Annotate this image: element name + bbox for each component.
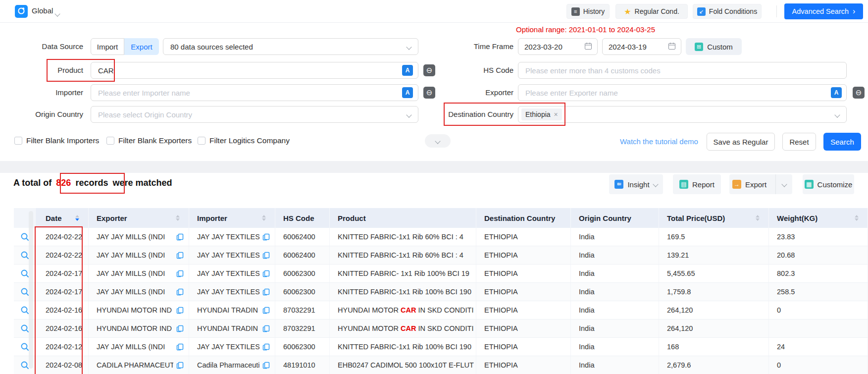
- header-exporter[interactable]: Exporter: [89, 208, 189, 228]
- tutorial-link[interactable]: Watch the tutorial demo: [620, 137, 698, 146]
- table-row: 2024-02-17JAY JAY MILLS (INDIJAY JAY TEX…: [14, 283, 868, 301]
- fixed-column-scrollbar[interactable]: [29, 211, 33, 369]
- save-as-regular-button[interactable]: Save as Regular: [707, 133, 775, 151]
- search-button[interactable]: Search: [823, 133, 861, 151]
- export-toggle[interactable]: Export: [124, 38, 159, 55]
- cell-importer: JAY JAY TEXTILES: [189, 338, 275, 356]
- cell-exporter: JAY JAY MILLS (INDI: [89, 265, 189, 282]
- cell-product: KNITTED FABRIC-1x1 Rib 60% BCI : 4: [330, 246, 476, 264]
- filter-blank-exporters-checkbox[interactable]: Filter Blank Exporters: [106, 136, 192, 145]
- custom-range-button[interactable]: ⊞ Custom: [686, 38, 742, 55]
- cell-hs-code: 87032291: [275, 301, 330, 319]
- copy-icon[interactable]: [262, 270, 270, 277]
- sort-icon[interactable]: [262, 215, 266, 221]
- exclude-filter-icon[interactable]: ⊖: [853, 87, 865, 99]
- translate-icon[interactable]: A: [402, 65, 413, 76]
- star-icon: ★: [624, 7, 631, 16]
- copy-icon[interactable]: [262, 307, 270, 314]
- translate-icon[interactable]: A: [831, 87, 842, 98]
- header-importer[interactable]: Importer: [189, 208, 275, 228]
- data-sources-select[interactable]: 80 data sources selected: [163, 38, 418, 55]
- report-icon: ▤: [679, 180, 688, 189]
- checkbox-icon: [106, 137, 114, 145]
- copy-icon[interactable]: [262, 325, 270, 332]
- history-button[interactable]: ≡ History: [566, 4, 610, 19]
- copy-icon[interactable]: [176, 288, 184, 296]
- importer-label: Importer: [0, 84, 83, 101]
- origin-country-label: Origin Country: [0, 106, 83, 123]
- header-hs-code: HS Code: [275, 208, 330, 228]
- cell-hs-code: 60062300: [275, 265, 330, 282]
- copy-icon[interactable]: [262, 233, 270, 241]
- sort-icon[interactable]: [176, 215, 180, 221]
- copy-icon[interactable]: [262, 343, 270, 351]
- cell-weight: 20.68: [769, 246, 868, 264]
- filter-blank-importers-checkbox[interactable]: Filter Blank Importers: [14, 136, 99, 145]
- header-weight[interactable]: Weight(KG): [769, 208, 868, 228]
- export-button[interactable]: → Export: [729, 174, 792, 194]
- cell-date: 2024-02-12: [36, 338, 89, 356]
- copy-icon[interactable]: [176, 233, 184, 241]
- section-divider: [0, 161, 868, 173]
- collapse-conditions-button[interactable]: [425, 134, 451, 148]
- destination-country-select[interactable]: Ethiopia ×: [518, 106, 847, 123]
- date-from-input[interactable]: 2023-03-20: [518, 38, 598, 55]
- translate-icon[interactable]: A: [402, 87, 413, 98]
- checkbox-icon: [198, 137, 205, 145]
- sort-icon[interactable]: [75, 215, 79, 221]
- fold-conditions-button[interactable]: ↙ Fold Conditions: [693, 4, 762, 19]
- cell-total-price: 169.5: [659, 228, 769, 246]
- export-menu-button[interactable]: [775, 174, 792, 194]
- sort-icon[interactable]: [756, 215, 760, 221]
- regular-cond-button[interactable]: ★ Regular Cond.: [615, 4, 688, 19]
- insight-button[interactable]: BI Insight: [609, 174, 663, 194]
- date-to-input[interactable]: 2024-03-19: [602, 38, 681, 55]
- chevron-down-icon[interactable]: [55, 9, 59, 18]
- table-row: 2024-02-22JAY JAY MILLS (INDIJAY JAY TEX…: [14, 246, 868, 265]
- cell-origin-country: India: [571, 338, 659, 356]
- hs-code-input[interactable]: [518, 62, 847, 79]
- custom-icon: ⊞: [695, 43, 703, 51]
- exporter-input[interactable]: [518, 84, 847, 101]
- cell-origin-country: India: [571, 356, 659, 374]
- header-total-price[interactable]: Total Price(USD): [659, 208, 769, 228]
- cell-importer: Cadila Pharmaceuti: [189, 356, 275, 374]
- cell-total-price: 168: [659, 338, 769, 356]
- copy-icon[interactable]: [176, 270, 184, 277]
- customize-icon: ▦: [805, 180, 814, 189]
- copy-icon[interactable]: [176, 252, 184, 259]
- region-selector-label[interactable]: Global: [32, 6, 53, 15]
- customize-button[interactable]: ▦ Customize: [803, 174, 854, 194]
- copy-icon[interactable]: [176, 325, 184, 332]
- close-icon[interactable]: ×: [554, 110, 558, 118]
- cell-date: 2024-02-22: [36, 246, 89, 264]
- cell-destination-country: ETHIOPIA: [476, 301, 571, 319]
- copy-icon[interactable]: [262, 252, 270, 259]
- cell-origin-country: India: [571, 246, 659, 264]
- importer-input[interactable]: [91, 84, 418, 101]
- header-date[interactable]: Date: [36, 208, 89, 228]
- copy-icon[interactable]: [262, 362, 270, 369]
- table-header: Date Exporter Importer HS Code Product D…: [14, 208, 868, 228]
- copy-icon[interactable]: [176, 343, 184, 351]
- report-button[interactable]: ▤ Report: [673, 174, 721, 194]
- advanced-search-button[interactable]: Advanced Search ›: [784, 3, 863, 19]
- origin-country-select[interactable]: Please select Origin Country: [91, 106, 418, 123]
- reset-button[interactable]: Reset: [782, 133, 816, 151]
- cell-exporter: JAY JAY MILLS (INDI: [89, 338, 189, 356]
- copy-icon[interactable]: [262, 288, 270, 296]
- data-source-label: Data Source: [0, 38, 83, 55]
- cell-importer: HYUNDAI TRADIN: [189, 320, 275, 337]
- sort-icon[interactable]: [855, 215, 859, 221]
- copy-icon[interactable]: [176, 362, 184, 369]
- filter-logitics-company-checkbox[interactable]: Filter Logitics Company: [198, 136, 290, 145]
- cell-origin-country: India: [571, 301, 659, 319]
- import-toggle[interactable]: Import: [91, 38, 124, 55]
- copy-icon[interactable]: [176, 307, 184, 314]
- cell-product: HYUNDAI MOTOR CAR IN SKD CONDITI: [330, 301, 476, 319]
- product-input[interactable]: [91, 62, 418, 79]
- table-row: 2024-02-22JAY JAY MILLS (INDIJAY JAY TEX…: [14, 228, 868, 246]
- export-icon: →: [732, 180, 741, 189]
- cell-product: HYUNDAI MOTOR CAR IN SKD CONDITI: [330, 320, 476, 337]
- cell-hs-code: 60062400: [275, 228, 330, 246]
